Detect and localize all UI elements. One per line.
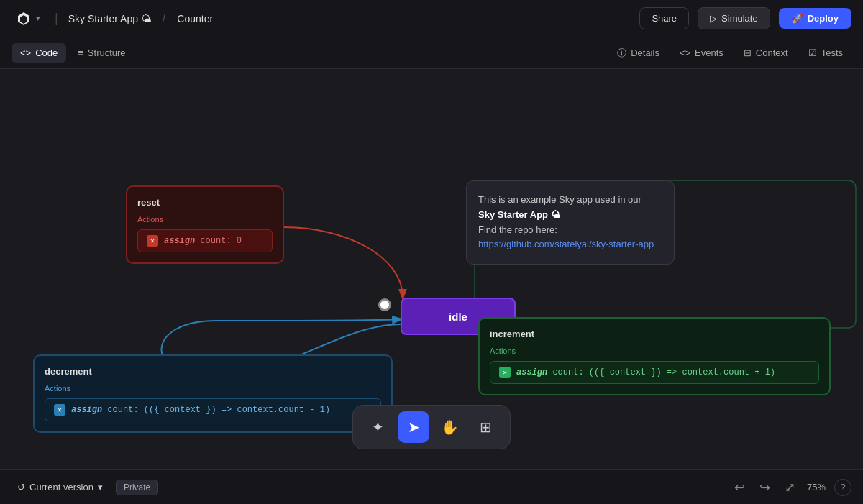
info-icon: ⓘ <box>617 47 626 60</box>
logo-icon <box>16 11 32 27</box>
decrement-x-icon: ✕ <box>54 404 65 416</box>
zoom-level: 75% <box>807 482 826 492</box>
tab-structure[interactable]: ≡ Structure <box>69 43 134 63</box>
state-reset[interactable]: reset Actions ✕ assign count: 0 <box>126 185 284 264</box>
help-button[interactable]: ? <box>834 479 851 496</box>
tab-events[interactable]: <> Events <box>671 43 732 63</box>
structure-icon: ≡ <box>78 47 83 58</box>
increment-actions-label: Actions <box>490 347 819 355</box>
hand-tool-button[interactable]: ✋ <box>434 411 465 443</box>
decrement-header: decrement <box>45 366 381 377</box>
code-icon: <> <box>20 47 31 58</box>
tab-details[interactable]: ⓘ Details <box>608 42 668 64</box>
deploy-button[interactable]: 🚀 Deploy <box>779 8 851 29</box>
play-icon: ▷ <box>710 13 717 24</box>
add-tool-button[interactable]: ⊞ <box>470 411 501 443</box>
reset-header: reset <box>137 197 273 208</box>
privacy-badge: Private <box>116 480 158 495</box>
canvas[interactable]: idle reset Actions ✕ assign count: 0 dec… <box>0 69 863 469</box>
rocket-icon: 🚀 <box>792 13 803 24</box>
share-button[interactable]: Share <box>639 7 689 29</box>
context-icon: ⊟ <box>744 47 752 58</box>
tab-tests[interactable]: ☑ Tests <box>800 43 851 63</box>
version-button[interactable]: ↺ Current version ▾ <box>12 479 109 495</box>
sparkle-tool-button[interactable]: ✦ <box>362 411 393 443</box>
bottom-bar: ↺ Current version ▾ Private ↩ ↪ ⤢ 75% ? <box>0 469 863 504</box>
initial-state-dot <box>378 298 391 311</box>
info-line2: Sky Starter App 🌤 <box>478 209 560 220</box>
tab-context[interactable]: ⊟ Context <box>735 43 797 63</box>
simulate-button[interactable]: ▷ Simulate <box>698 7 770 29</box>
toolbar: ✦ ➤ ✋ ⊞ <box>352 405 511 449</box>
reset-action-text: assign count: 0 <box>164 236 242 246</box>
tests-icon: ☑ <box>808 47 817 58</box>
reset-x-icon: ✕ <box>147 235 158 247</box>
top-nav: ▾ | Sky Starter App 🌤 / Counter Share ▷ … <box>0 0 863 37</box>
state-increment[interactable]: increment Actions ✕ assign count: (({ co… <box>478 317 831 395</box>
logo-btn[interactable]: ▾ <box>12 8 45 29</box>
increment-header: increment <box>490 329 819 339</box>
undo-button[interactable]: ↩ <box>731 477 748 498</box>
version-chevron: ▾ <box>98 482 103 492</box>
version-label: Current version <box>29 482 93 492</box>
info-line3: Find the repo here: <box>478 224 557 235</box>
page-name: Counter <box>177 13 213 24</box>
increment-x-icon: ✕ <box>499 367 511 378</box>
nav-sep: / <box>163 12 165 25</box>
info-line1: This is an example Sky app used in our <box>478 194 641 205</box>
app-title: Sky Starter App 🌤 <box>68 13 151 24</box>
reset-action-chip[interactable]: ✕ assign count: 0 <box>137 229 273 252</box>
idle-label: idle <box>449 311 467 323</box>
events-icon: <> <box>680 47 690 58</box>
pointer-tool-button[interactable]: ➤ <box>398 411 429 443</box>
decrement-action-text: assign count: (({ context }) => context.… <box>71 405 330 415</box>
nav-separator: | <box>55 11 58 26</box>
decrement-action-chip[interactable]: ✕ assign count: (({ context }) => contex… <box>45 398 381 421</box>
reset-actions-label: Actions <box>137 215 273 224</box>
info-box: This is an example Sky app used in our S… <box>466 180 675 265</box>
right-tabs: ⓘ Details <> Events ⊟ Context ☑ Tests <box>608 42 851 64</box>
sec-nav: <> Code ≡ Structure ⓘ Details <> Events … <box>0 37 863 69</box>
state-decrement[interactable]: decrement Actions ✕ assign count: (({ co… <box>33 354 393 433</box>
tab-code[interactable]: <> Code <box>12 43 66 63</box>
increment-action-chip[interactable]: ✕ assign count: (({ context }) => contex… <box>490 361 819 384</box>
info-link[interactable]: https://github.com/statelyai/sky-starter… <box>478 239 654 249</box>
logo-chevron: ▾ <box>36 14 40 23</box>
decrement-actions-label: Actions <box>45 384 381 393</box>
history-icon: ↺ <box>17 482 25 492</box>
increment-action-text: assign count: (({ context }) => context.… <box>516 367 775 377</box>
bottom-right-controls: ↩ ↪ ⤢ 75% ? <box>731 477 851 498</box>
fullscreen-button[interactable]: ⤢ <box>782 477 798 498</box>
redo-button[interactable]: ↪ <box>757 477 773 498</box>
